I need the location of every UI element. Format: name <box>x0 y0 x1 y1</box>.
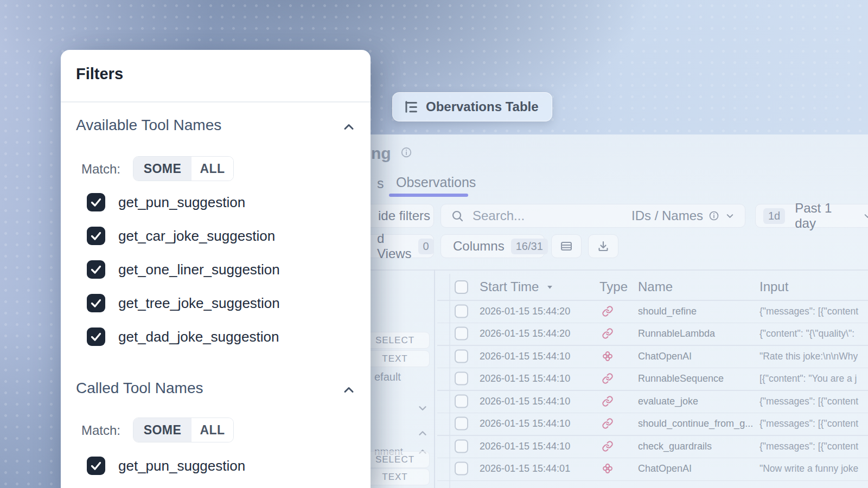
search-box[interactable]: IDs / Names <box>441 204 745 228</box>
table-row[interactable]: 2026-01-15 15:44:10 check_guardrails {"m… <box>358 435 868 458</box>
cell-start-time: 2026-01-15 15:44:10 <box>480 440 570 452</box>
cell-input: [{"content": "You are a j <box>760 373 857 384</box>
column-header-type[interactable]: Type <box>599 279 628 294</box>
checkbox-checked[interactable] <box>87 193 105 211</box>
filter-item: get_one_liner_suggestion <box>61 260 371 282</box>
saved-views-count-badge: 0 <box>418 239 434 254</box>
cell-name: check_guardrails <box>638 440 712 452</box>
list-tree-icon <box>403 99 419 115</box>
link-icon <box>602 440 614 452</box>
search-input[interactable] <box>473 208 624 223</box>
columns-label: Columns <box>453 239 505 254</box>
cell-name: should_continue_from_g... <box>638 418 753 429</box>
select-all-checkbox[interactable] <box>455 280 468 294</box>
cell-start-time: 2026-01-15 15:44:20 <box>480 328 570 339</box>
column-header-start-time[interactable]: Start Time <box>480 279 554 294</box>
screenshot-stage: ng s Observations ide filters IDs / Name… <box>0 0 868 488</box>
section-available-tool-names: Available Tool Names <box>76 117 221 134</box>
row-checkbox[interactable] <box>455 372 468 386</box>
observations-page-card: ng s Observations ide filters IDs / Name… <box>358 134 868 488</box>
link-icon <box>602 328 614 339</box>
observations-table-button[interactable]: Obervations Table <box>392 92 552 121</box>
row-checkbox[interactable] <box>455 327 468 341</box>
cell-input: {"messages": [{"content <box>760 305 858 317</box>
table-row[interactable]: 2026-01-15 15:44:20 should_refine {"mess… <box>358 300 868 323</box>
cell-start-time: 2026-01-15 15:44:10 <box>480 373 570 384</box>
columns-button[interactable]: Columns 16/31 <box>441 234 545 258</box>
match-option-some[interactable]: SOME <box>133 418 192 442</box>
checkbox-checked[interactable] <box>87 227 105 245</box>
time-range-selector[interactable]: 1d Past 1 day <box>755 204 868 228</box>
filter-item-label: get_dad_joke_suggestion <box>118 329 279 345</box>
match-option-all[interactable]: ALL <box>192 157 233 181</box>
table-row[interactable]: 2026-01-15 15:44:10 should_continue_from… <box>358 413 868 435</box>
table-rows-icon <box>560 240 573 253</box>
chevron-up-icon[interactable] <box>341 382 356 397</box>
link-icon <box>602 373 614 384</box>
hide-filters-label: ide filters <box>378 208 430 223</box>
row-checkbox[interactable] <box>455 349 468 363</box>
cell-start-time: 2026-01-15 15:44:10 <box>480 418 570 429</box>
cell-input: {"messages": [{"content <box>760 418 858 429</box>
match-option-some[interactable]: SOME <box>133 157 192 181</box>
cell-start-time: 2026-01-15 15:44:10 <box>480 350 570 362</box>
cell-name: ChatOpenAI <box>638 463 692 474</box>
filter-item-label: get_pun_suggestion <box>118 458 245 474</box>
table-row[interactable]: 2026-01-15 15:44:10 ChatOpenAI "Rate thi… <box>358 345 868 368</box>
link-icon <box>602 305 614 317</box>
cell-name: RunnableLambda <box>638 328 715 339</box>
filter-item-label: get_pun_suggestion <box>118 194 245 211</box>
filter-item: get_pun_suggestion <box>61 457 371 478</box>
row-height-button[interactable] <box>551 234 582 258</box>
link-icon <box>602 395 614 407</box>
table-row[interactable]: 2026-01-15 15:44:10 RunnableSequence [{"… <box>358 368 868 390</box>
column-header-name[interactable]: Name <box>638 279 673 294</box>
table-row[interactable]: 2026-01-15 15:44:01 ChatOpenAI "Now writ… <box>358 458 868 480</box>
row-checkbox[interactable] <box>455 304 468 318</box>
active-tab-underline <box>389 194 468 197</box>
download-button[interactable] <box>588 234 618 258</box>
row-checkbox[interactable] <box>455 462 468 476</box>
cell-input: "Now write a funny joke <box>760 463 858 474</box>
section-called-tool-names: Called Tool Names <box>76 380 203 397</box>
time-range-badge: 1d <box>763 208 785 224</box>
filter-item: get_car_joke_suggestion <box>61 227 371 248</box>
cell-start-time: 2026-01-15 15:44:10 <box>480 395 570 407</box>
cell-input: {"messages": [{"content <box>760 440 858 452</box>
row-checkbox[interactable] <box>455 394 468 408</box>
tab-observations[interactable]: Observations <box>396 175 476 190</box>
generation-icon <box>602 463 614 474</box>
chevron-down-icon[interactable] <box>725 211 735 221</box>
saved-views-label: d Views <box>377 231 412 261</box>
info-icon <box>400 146 412 158</box>
checkbox-checked[interactable] <box>87 294 105 312</box>
cell-start-time: 2026-01-15 15:44:01 <box>480 463 570 474</box>
search-scope-label[interactable]: IDs / Names <box>631 208 703 223</box>
filter-item: get_dad_joke_suggestion <box>61 328 371 349</box>
table-row[interactable]: 2026-01-15 15:44:20 RunnableLambda {"con… <box>358 323 868 345</box>
checkbox-checked[interactable] <box>87 328 105 346</box>
checkbox-checked[interactable] <box>87 457 105 475</box>
match-option-all[interactable]: ALL <box>192 418 233 442</box>
column-header-input[interactable]: Input <box>760 279 788 294</box>
cell-name: ChatOpenAI <box>638 350 692 362</box>
filter-item-label: get_one_liner_suggestion <box>118 261 280 278</box>
filter-item: get_tree_joke_suggestion <box>61 294 371 316</box>
filters-title: Filters <box>76 65 123 83</box>
link-icon <box>602 418 614 429</box>
cell-input: {"content": "{\"quality\": <box>760 328 854 339</box>
sort-desc-triangle-icon <box>546 283 554 291</box>
row-checkbox[interactable] <box>455 439 468 453</box>
cell-name: RunnableSequence <box>638 373 724 384</box>
row-checkbox[interactable] <box>455 417 468 431</box>
filter-item-label: get_tree_joke_suggestion <box>118 295 280 312</box>
chevron-up-icon[interactable] <box>341 119 356 134</box>
filters-panel: Filters Available Tool Names Match: SOME… <box>61 50 371 488</box>
checkbox-checked[interactable] <box>87 260 105 279</box>
panel-divider <box>61 101 371 102</box>
cell-name: evaluate_joke <box>638 395 698 407</box>
cell-start-time: 2026-01-15 15:44:20 <box>480 305 570 317</box>
cell-input: "Rate this joke:\n\nWhy <box>760 350 858 362</box>
tab-previous-fragment[interactable]: s <box>377 176 384 191</box>
table-row[interactable]: 2026-01-15 15:44:10 evaluate_joke {"mess… <box>358 390 868 413</box>
